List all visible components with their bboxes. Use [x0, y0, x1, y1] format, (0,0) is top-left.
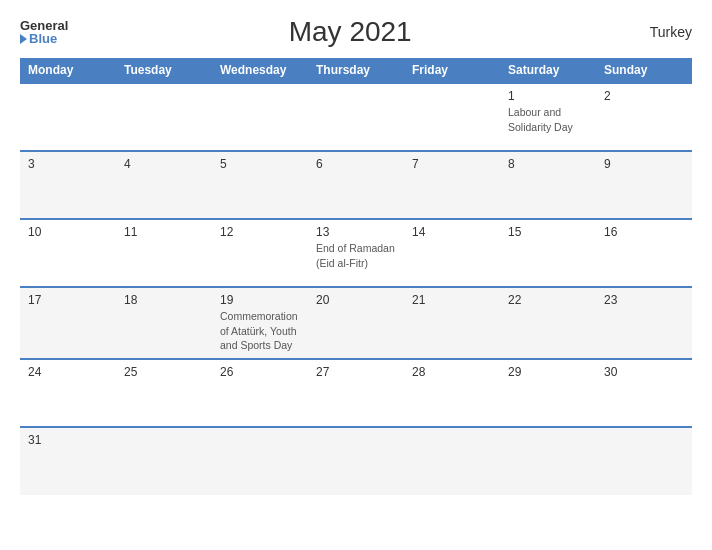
week-row-2: 3456789 — [20, 151, 692, 219]
day-number: 11 — [124, 225, 204, 239]
day-number: 26 — [220, 365, 300, 379]
calendar-cell: 5 — [212, 151, 308, 219]
calendar-cell: 19Commemoration of Atatürk, Youth and Sp… — [212, 287, 308, 359]
day-number: 22 — [508, 293, 588, 307]
calendar-cell: 31 — [20, 427, 116, 495]
week-row-6: 31 — [20, 427, 692, 495]
calendar-cell: 4 — [116, 151, 212, 219]
day-number: 25 — [124, 365, 204, 379]
day-header-thursday: Thursday — [308, 58, 404, 83]
day-number: 15 — [508, 225, 588, 239]
day-number: 21 — [412, 293, 492, 307]
calendar-cell — [212, 83, 308, 151]
calendar-cell: 21 — [404, 287, 500, 359]
day-number: 31 — [28, 433, 108, 447]
day-header-friday: Friday — [404, 58, 500, 83]
calendar-cell: 30 — [596, 359, 692, 427]
calendar-cell: 18 — [116, 287, 212, 359]
logo: General Blue — [20, 19, 68, 45]
holiday-label: Labour and Solidarity Day — [508, 106, 573, 133]
week-row-4: 171819Commemoration of Atatürk, Youth an… — [20, 287, 692, 359]
day-number: 17 — [28, 293, 108, 307]
day-number: 8 — [508, 157, 588, 171]
day-header-sunday: Sunday — [596, 58, 692, 83]
day-number: 3 — [28, 157, 108, 171]
calendar-cell — [308, 83, 404, 151]
calendar-cell: 20 — [308, 287, 404, 359]
day-number: 27 — [316, 365, 396, 379]
calendar-cell: 1Labour and Solidarity Day — [500, 83, 596, 151]
calendar-cell: 22 — [500, 287, 596, 359]
day-number: 10 — [28, 225, 108, 239]
day-number: 28 — [412, 365, 492, 379]
day-header-tuesday: Tuesday — [116, 58, 212, 83]
day-number: 5 — [220, 157, 300, 171]
country-label: Turkey — [632, 24, 692, 40]
calendar-cell: 15 — [500, 219, 596, 287]
calendar-cell: 26 — [212, 359, 308, 427]
calendar-cell: 9 — [596, 151, 692, 219]
calendar-cell: 24 — [20, 359, 116, 427]
calendar-cell: 11 — [116, 219, 212, 287]
calendar-cell: 6 — [308, 151, 404, 219]
calendar-title: May 2021 — [68, 16, 632, 48]
calendar-cell: 14 — [404, 219, 500, 287]
calendar-cell: 7 — [404, 151, 500, 219]
calendar-cell: 3 — [20, 151, 116, 219]
holiday-label: End of Ramadan (Eid al-Fitr) — [316, 242, 395, 269]
day-number: 23 — [604, 293, 684, 307]
day-number: 12 — [220, 225, 300, 239]
calendar-cell — [404, 427, 500, 495]
holiday-label: Commemoration of Atatürk, Youth and Spor… — [220, 310, 298, 351]
calendar-cell — [20, 83, 116, 151]
day-number: 24 — [28, 365, 108, 379]
calendar-cell: 17 — [20, 287, 116, 359]
calendar-cell: 27 — [308, 359, 404, 427]
calendar-cell — [596, 427, 692, 495]
days-header-row: MondayTuesdayWednesdayThursdayFridaySatu… — [20, 58, 692, 83]
calendar-cell: 25 — [116, 359, 212, 427]
calendar-cell — [116, 427, 212, 495]
day-number: 14 — [412, 225, 492, 239]
day-number: 9 — [604, 157, 684, 171]
calendar-cell: 8 — [500, 151, 596, 219]
logo-blue-text: Blue — [20, 32, 68, 45]
week-row-3: 10111213End of Ramadan (Eid al-Fitr)1415… — [20, 219, 692, 287]
day-header-saturday: Saturday — [500, 58, 596, 83]
day-number: 2 — [604, 89, 684, 103]
calendar-cell: 23 — [596, 287, 692, 359]
calendar-cell: 12 — [212, 219, 308, 287]
day-number: 16 — [604, 225, 684, 239]
day-header-monday: Monday — [20, 58, 116, 83]
calendar-cell: 10 — [20, 219, 116, 287]
day-number: 29 — [508, 365, 588, 379]
calendar-cell — [404, 83, 500, 151]
day-number: 30 — [604, 365, 684, 379]
day-number: 6 — [316, 157, 396, 171]
week-row-1: 1Labour and Solidarity Day2 — [20, 83, 692, 151]
calendar-page: General Blue May 2021 Turkey MondayTuesd… — [0, 0, 712, 550]
day-number: 20 — [316, 293, 396, 307]
logo-triangle-icon — [20, 34, 27, 44]
calendar-cell: 16 — [596, 219, 692, 287]
calendar-cell — [308, 427, 404, 495]
calendar-cell — [212, 427, 308, 495]
calendar-cell: 13End of Ramadan (Eid al-Fitr) — [308, 219, 404, 287]
header: General Blue May 2021 Turkey — [20, 16, 692, 48]
day-header-wednesday: Wednesday — [212, 58, 308, 83]
calendar-table: MondayTuesdayWednesdayThursdayFridaySatu… — [20, 58, 692, 495]
calendar-cell: 28 — [404, 359, 500, 427]
day-number: 18 — [124, 293, 204, 307]
calendar-cell — [500, 427, 596, 495]
day-number: 13 — [316, 225, 396, 239]
day-number: 4 — [124, 157, 204, 171]
day-number: 1 — [508, 89, 588, 103]
day-number: 19 — [220, 293, 300, 307]
week-row-5: 24252627282930 — [20, 359, 692, 427]
calendar-cell — [116, 83, 212, 151]
calendar-cell: 29 — [500, 359, 596, 427]
calendar-cell: 2 — [596, 83, 692, 151]
day-number: 7 — [412, 157, 492, 171]
